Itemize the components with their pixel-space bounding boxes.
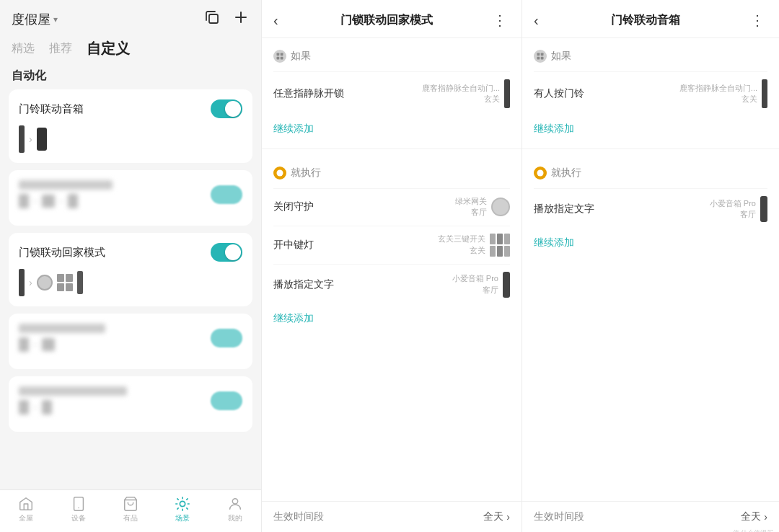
middle-action-1-device: 玄关三键开关玄关: [438, 234, 510, 257]
speaker-device-icon: [37, 128, 47, 151]
right-more-button[interactable]: ⋮: [747, 12, 767, 29]
right-if-icon: [534, 50, 547, 63]
watermark-text: 什么值得买: [741, 528, 773, 532]
device-icon: [71, 496, 87, 512]
toggle-doorbell[interactable]: [211, 99, 242, 118]
nav-label-device: 设备: [71, 513, 86, 523]
nav-item-shop[interactable]: 有品: [123, 496, 138, 523]
toggle-blurred2[interactable]: [211, 329, 242, 347]
arrow-right-icon2: ›: [29, 277, 32, 288]
card-doorbell-title: 门铃联动音箱: [19, 102, 84, 116]
nav-label-shop: 有品: [123, 513, 138, 523]
middle-action-2-label: 播放指定文字: [273, 278, 334, 291]
middle-footer-label: 生效时间段: [273, 510, 324, 523]
right-action-0-name: 小爱音箱 Pro客厅: [710, 198, 756, 221]
middle-footer-value[interactable]: 全天 ›: [483, 510, 510, 523]
middle-action-1-name: 玄关三键开关玄关: [438, 234, 485, 256]
right-condition-0[interactable]: 有人按门铃 鹿客指静脉全自动门...玄关: [534, 71, 767, 115]
middle-action-1[interactable]: 开中键灯 玄关三键开关玄关: [273, 226, 510, 264]
lock-device-icon: [19, 269, 25, 296]
middle-action-0-thumb: [491, 198, 510, 216]
left-panel: 度假屋 ▾ 精选 推荐 自定义 自动化: [0, 0, 261, 532]
right-footer-label: 生效时间段: [534, 510, 584, 523]
middle-add-condition[interactable]: 继续添加: [273, 115, 510, 143]
right-condition-0-thumb: [762, 79, 767, 108]
card-blurred2-header: [19, 324, 242, 352]
right-title: 门铃联动音箱: [545, 13, 747, 28]
middle-condition-0-thumb: [504, 79, 510, 108]
right-divider1: [522, 148, 779, 149]
middle-action-2[interactable]: 播放指定文字 小爱音箱 Pro客厅: [273, 264, 510, 305]
right-then-text: 就执行: [551, 167, 581, 179]
svg-point-12: [277, 170, 283, 177]
add-icon[interactable]: [232, 9, 250, 30]
middle-content: 如果 任意指静脉开锁 鹿客指静脉全自动门...玄关 继续添加: [262, 38, 521, 501]
copy-icon[interactable]: [203, 9, 221, 30]
nav-item-scene[interactable]: 场景: [175, 496, 190, 523]
left-header: 度假屋 ▾: [0, 0, 261, 36]
right-action-0[interactable]: 播放指定文字 小爱音箱 Pro客厅: [534, 188, 767, 229]
toggle-blurred1[interactable]: [211, 185, 242, 204]
middle-condition-0-name: 鹿客指静脉全自动门...玄关: [422, 83, 500, 105]
middle-action-0-device: 绿米网关客厅: [455, 196, 510, 218]
nav-label-profile: 我的: [228, 513, 242, 523]
watermark: 值 什么值得买: [733, 528, 773, 532]
right-action-0-device: 小爱音箱 Pro客厅: [710, 196, 767, 222]
card-blurred1[interactable]: [9, 170, 252, 226]
middle-more-button[interactable]: ⋮: [490, 12, 510, 29]
tab-featured[interactable]: 精选: [12, 41, 35, 56]
right-if-section: 如果 有人按门铃 鹿客指静脉全自动门...玄关 继续添加: [522, 38, 779, 143]
card-lock-header: 门锁联动回家模式: [19, 243, 242, 262]
nav-item-profile[interactable]: 我的: [227, 496, 243, 523]
right-add-action[interactable]: 继续添加: [534, 229, 767, 257]
middle-action-2-thumb: [503, 272, 510, 298]
profile-icon: [227, 496, 243, 512]
right-back-button[interactable]: ‹: [528, 12, 545, 29]
right-footer-value[interactable]: 全天 ›: [741, 510, 767, 523]
watermark-icon: 值: [733, 528, 739, 532]
svg-point-6: [180, 501, 185, 506]
scene-icon: [175, 496, 190, 512]
card-lock[interactable]: 门锁联动回家模式 ›: [9, 233, 252, 306]
header-icons: [203, 9, 250, 30]
tab-recommended[interactable]: 推荐: [49, 41, 72, 56]
svg-point-7: [232, 499, 237, 504]
tab-custom[interactable]: 自定义: [87, 39, 130, 58]
right-condition-0-device: 鹿客指静脉全自动门...玄关: [679, 79, 767, 108]
right-footer: 生效时间段 全天 › 值 什么值得买: [522, 501, 779, 532]
svg-rect-16: [541, 57, 544, 60]
card-doorbell[interactable]: 门铃联动音箱 ›: [9, 89, 252, 163]
right-action-0-label: 播放指定文字: [534, 203, 594, 216]
card-blurred3[interactable]: [9, 376, 252, 432]
toggle-lock[interactable]: [211, 243, 242, 262]
nav-item-device[interactable]: 设备: [71, 496, 87, 523]
if-icon: [273, 50, 286, 63]
middle-action-0[interactable]: 关闭守护 绿米网关客厅: [273, 188, 510, 226]
toggle-blurred3[interactable]: [211, 391, 242, 410]
right-header: ‹ 门铃联动音箱 ⋮: [522, 0, 779, 38]
right-then-section: 就执行 播放指定文字 小爱音箱 Pro客厅 继续添加: [522, 155, 779, 257]
svg-rect-14: [541, 53, 544, 56]
card-blurred2[interactable]: [9, 314, 252, 369]
svg-rect-11: [281, 57, 283, 60]
right-add-condition[interactable]: 继续添加: [534, 115, 767, 143]
middle-divider1: [262, 148, 521, 149]
middle-if-section: 如果 任意指静脉开锁 鹿客指静脉全自动门...玄关 继续添加: [262, 38, 521, 143]
middle-then-section: 就执行 关闭守护 绿米网关客厅 开中键灯 玄关三键开关玄关: [262, 155, 521, 332]
middle-header: ‹ 门锁联动回家模式 ⋮: [262, 0, 521, 38]
grid-device-icon: [57, 274, 73, 291]
home-title-area[interactable]: 度假屋 ▾: [12, 11, 58, 28]
card-lock-title: 门锁联动回家模式: [19, 246, 105, 260]
svg-rect-3: [74, 497, 83, 510]
middle-condition-0[interactable]: 任意指静脉开锁 鹿客指静脉全自动门...玄关: [273, 71, 510, 115]
middle-back-button[interactable]: ‹: [268, 12, 284, 29]
card-doorbell-header: 门铃联动音箱: [19, 99, 242, 118]
middle-if-text: 如果: [291, 50, 311, 63]
svg-rect-10: [277, 57, 280, 60]
middle-add-action[interactable]: 继续添加: [273, 305, 510, 332]
svg-rect-8: [277, 53, 280, 56]
right-condition-0-name: 鹿客指静脉全自动门...玄关: [679, 83, 757, 105]
nav-label-home: 全屋: [19, 513, 33, 523]
nav-item-home[interactable]: 全屋: [18, 496, 34, 523]
shop-icon: [123, 496, 138, 512]
